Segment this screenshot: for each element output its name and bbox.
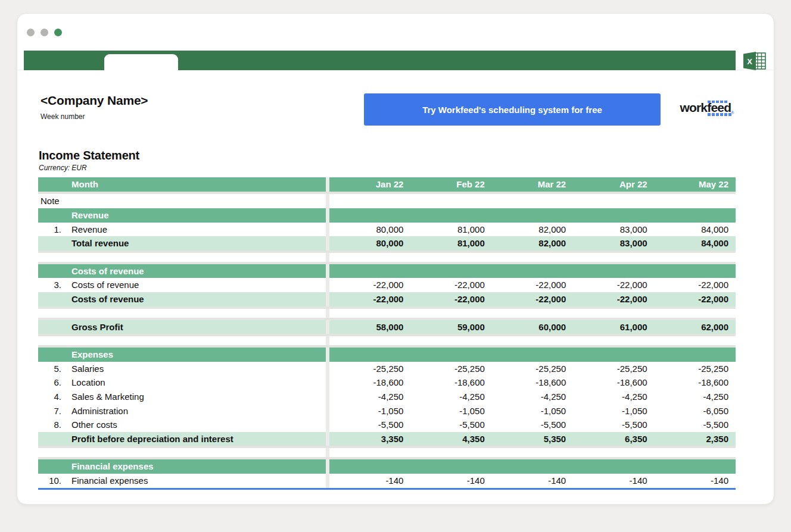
table-row: 4.Sales & Marketing-4,250-4,250-4,250-4,… (38, 390, 736, 404)
section-header-row: Costs of revenue (38, 264, 736, 278)
months-header-label: Month (71, 177, 326, 192)
row-0-value-2 (492, 208, 573, 223)
blueline-cell (71, 488, 326, 490)
row-27-value-1: -140 (410, 474, 491, 488)
row-20-value-2: -1,050 (492, 404, 573, 418)
row-label: Total revenue (71, 236, 326, 251)
row-21-value-3: -5,500 (573, 418, 654, 432)
row-19-value-1: -4,250 (410, 390, 491, 404)
row-number (38, 292, 71, 306)
table-spacer-row (38, 253, 736, 262)
row-label: Financial expenses (71, 459, 326, 474)
row-6-value-0 (329, 264, 410, 278)
excel-icon[interactable]: X (743, 51, 767, 71)
sheet-title: Income Statement (39, 149, 753, 162)
blueline-cell (38, 488, 71, 490)
table-spacer-row (38, 309, 736, 318)
row-7-value-1: -22,000 (410, 278, 491, 292)
week-number-label: Week number (41, 112, 364, 121)
row-1-values: 80,00081,00082,00083,00084,000 (329, 223, 736, 237)
row-label: Gross Profit (71, 320, 326, 334)
try-workfeed-cta-button[interactable]: Try Workfeed's scheduling system for fre… (364, 93, 661, 126)
row-16-value-1 (410, 348, 491, 362)
row-label: Costs of revenue (71, 264, 326, 278)
row-18-value-1: -18,600 (410, 375, 491, 390)
row-label: Costs of revenue (71, 278, 326, 292)
row-26-value-1 (410, 459, 491, 474)
company-name-placeholder: <Company Name> (41, 93, 364, 108)
row-16-value-0 (329, 348, 410, 362)
row-8-value-2: -22,000 (492, 292, 573, 306)
table-row: 5.Salaries-25,250-25,250-25,250-25,250-2… (38, 362, 736, 376)
row-label: Other costs (71, 418, 326, 432)
row-2-value-0: 80,000 (329, 236, 410, 251)
row-22-value-1: 4,350 (410, 432, 491, 446)
row-26-value-0 (329, 459, 410, 474)
row-19-value-2: -4,250 (492, 390, 573, 404)
row-16-value-3 (573, 348, 654, 362)
spacer-cell (71, 253, 326, 262)
row-19-value-3: -4,250 (573, 390, 654, 404)
window-dot-minimize[interactable] (41, 29, 48, 36)
row-number: 4. (38, 390, 71, 404)
row-7-value-4: -22,000 (655, 278, 736, 292)
row-1-value-3: 83,000 (573, 223, 654, 237)
month-header-value-4: May 22 (655, 177, 736, 192)
row-17-value-4: -25,250 (655, 362, 736, 376)
spacer-cell (38, 448, 71, 457)
table-spacer-row (38, 448, 736, 457)
row-2-value-4: 84,000 (655, 236, 736, 251)
row-8-values: -22,000-22,000-22,000-22,000-22,000 (329, 292, 736, 306)
note-row-value-1 (410, 194, 491, 208)
row-label: Salaries (71, 362, 326, 376)
row-1-value-2: 82,000 (492, 223, 573, 237)
row-7-value-2: -22,000 (492, 278, 573, 292)
spacer-cell (71, 309, 326, 318)
row-0-value-4 (655, 208, 736, 223)
window-titlebar (17, 14, 774, 51)
row-0-value-0 (329, 208, 410, 223)
row-2-value-3: 83,000 (573, 236, 654, 251)
note-row-value-2 (492, 194, 573, 208)
total-row: Costs of revenue-22,000-22,000-22,000-22… (38, 292, 736, 306)
row-number (38, 432, 71, 446)
spacer-cell (38, 253, 71, 262)
month-header-value-3: Apr 22 (573, 177, 654, 192)
row-number (38, 348, 71, 362)
row-6-value-1 (410, 264, 491, 278)
row-1-value-0: 80,000 (329, 223, 410, 237)
row-0-value-3 (573, 208, 654, 223)
row-18-value-0: -18,600 (329, 375, 410, 390)
row-7-values: -22,000-22,000-22,000-22,000-22,000 (329, 278, 736, 292)
tab-strip-row: X (17, 51, 774, 70)
row-label: Revenue (71, 208, 326, 223)
active-tab[interactable] (104, 54, 178, 70)
spacer-cell (38, 336, 71, 345)
row-18-values: -18,600-18,600-18,600-18,600-18,600 (329, 375, 736, 390)
row-number: 1. (38, 223, 71, 237)
currency-subtitle: Currency: EUR (39, 164, 753, 172)
window-dot-close[interactable] (27, 29, 35, 36)
row-8-value-0: -22,000 (329, 292, 410, 306)
row-20-value-4: -6,050 (655, 404, 736, 418)
spacer-cell (329, 336, 736, 345)
row-2-value-2: 82,000 (492, 236, 573, 251)
row-27-value-2: -140 (492, 474, 573, 488)
row-17-value-3: -25,250 (573, 362, 654, 376)
row-number: 5. (38, 362, 71, 376)
row-label: Costs of revenue (71, 292, 326, 306)
table-cutoff-line (38, 488, 736, 490)
row-17-value-1: -25,250 (410, 362, 491, 376)
spacer-cell (38, 309, 71, 318)
table-row: 8.Other costs-5,500-5,500-5,500-5,500-5,… (38, 418, 736, 432)
row-16-value-2 (492, 348, 573, 362)
section-header-row: Financial expenses (38, 459, 736, 474)
row-20-value-1: -1,050 (410, 404, 491, 418)
row-6-value-3 (573, 264, 654, 278)
row-0-values (329, 208, 736, 223)
months-header-row: MonthJan 22Feb 22Mar 22Apr 22May 22 (38, 177, 736, 192)
row-21-value-0: -5,500 (329, 418, 410, 432)
row-7-value-0: -22,000 (329, 278, 410, 292)
window-dot-expand[interactable] (54, 29, 62, 36)
row-20-value-0: -1,050 (329, 404, 410, 418)
